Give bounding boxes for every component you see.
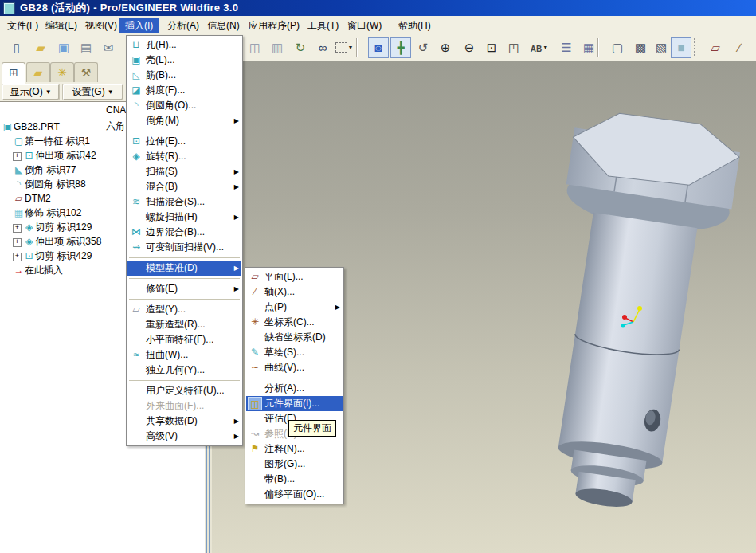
datum-submenu-item-3[interactable]: ✳坐标系(C)...: [246, 315, 343, 330]
datum-submenu-item-12[interactable]: ⚑注释(N)...: [246, 441, 343, 457]
menubar-item-2[interactable]: 视图(V): [80, 18, 123, 33]
dropdown-arrow-icon[interactable]: ▼: [543, 45, 548, 50]
tree-row-4[interactable]: ◝倒圆角 标识88: [0, 177, 116, 191]
insert-menu-item-16[interactable]: 模型基准(D)▶: [127, 261, 241, 276]
connections-tab[interactable]: ⚒: [74, 62, 98, 82]
insert-menu-item-5[interactable]: 倒角(M)▶: [127, 113, 241, 128]
zoom-in-icon[interactable]: ⊕: [435, 37, 456, 58]
display-no-hidden-icon[interactable]: ▧: [651, 37, 672, 58]
datum-submenu-item-9[interactable]: ◫元件界面(I)...: [246, 396, 343, 411]
repaint-icon[interactable]: ◙: [368, 37, 389, 58]
menubar-item-9[interactable]: 帮助(H): [393, 18, 437, 33]
menubar-item-6[interactable]: 应用程序(P): [243, 18, 305, 33]
tree-row-5[interactable]: ▱DTM2: [0, 191, 116, 206]
expand-toggle[interactable]: +: [13, 253, 22, 261]
datum-submenu-item-1[interactable]: ∕轴(X)...: [246, 284, 343, 300]
insert-menu-item-14[interactable]: ⇝可变剖面扫描(V)...: [127, 240, 241, 255]
insert-menu-item-2[interactable]: ◺筋(B)...: [127, 68, 241, 83]
layers-icon[interactable]: ☰: [556, 37, 577, 58]
insert-menu-item-4[interactable]: ◝倒圆角(O)...: [127, 98, 241, 113]
favorites-tab[interactable]: ✳: [50, 62, 74, 82]
open-folder-icon[interactable]: ▰: [30, 37, 51, 58]
datum-submenu-item-13[interactable]: 图形(G)...: [246, 457, 343, 472]
print-icon[interactable]: ▤: [76, 37, 96, 58]
datum-submenu-item-0[interactable]: ▱平面(L)...: [246, 269, 343, 284]
regenerate-icon[interactable]: ↻: [290, 37, 311, 58]
tree-row-6[interactable]: ▦修饰 标识102: [0, 206, 116, 220]
navigator-button-0[interactable]: 显示(O)▼: [2, 84, 60, 100]
tree-item-label: 在此插入: [25, 265, 63, 276]
tree-row-1[interactable]: ▢第一特征 标识1: [0, 134, 116, 148]
insert-menu-item-10[interactable]: 混合(B)▶: [127, 179, 241, 194]
refit-icon[interactable]: ◳: [503, 37, 524, 58]
insert-menu-item-26[interactable]: 用户定义特征(U)...: [127, 383, 241, 398]
insert-menu-item-1[interactable]: ▣壳(L)...: [127, 53, 241, 68]
insert-menu-item-20[interactable]: ▱造型(Y)...: [127, 302, 241, 317]
insert-menu-item-24[interactable]: 独立几何(Y)...: [127, 363, 241, 378]
zoom-fit-icon[interactable]: ⊡: [481, 37, 502, 58]
insert-menu-item-9[interactable]: 扫描(S)▶: [127, 164, 241, 179]
menubar-item-8[interactable]: 窗口(W): [342, 18, 387, 33]
insert-menu-item-13[interactable]: ⋈边界混合(B)...: [127, 225, 241, 240]
menubar-item-3[interactable]: 插入(I): [119, 18, 159, 33]
datum-submenu-item-5[interactable]: ✎草绘(S)...: [246, 345, 343, 360]
display-shaded-icon[interactable]: ■: [671, 37, 691, 58]
insert-menu-item-23[interactable]: ≈扭曲(W)...: [127, 347, 241, 363]
tree-row-8[interactable]: +◈伸出项 标识358: [0, 234, 116, 249]
datum-submenu-item-4[interactable]: 缺省坐标系(D): [246, 330, 343, 345]
spin-center-icon[interactable]: ╋: [390, 37, 411, 58]
tree-item-label: DTM2: [25, 193, 51, 204]
datum-submenu-item-14[interactable]: 带(B)...: [246, 472, 343, 487]
menubar-item-4[interactable]: 分析(A): [162, 18, 205, 33]
insert-menu-item-8[interactable]: ◈旋转(R)...: [127, 149, 241, 164]
tree-row-7[interactable]: +◈切剪 标识129: [0, 220, 116, 234]
datum-plane-toggle-icon[interactable]: ▱: [705, 37, 726, 58]
expand-toggle[interactable]: +: [13, 238, 22, 247]
tree-row-0[interactable]: ▣GB28.PRT: [0, 120, 104, 134]
insert-menu-item-28[interactable]: 共享数据(D)▶: [127, 414, 241, 429]
navigator-button-1[interactable]: 设置(G)▼: [62, 84, 123, 100]
insert-menu-item-7[interactable]: ⊡拉伸(E)...: [127, 134, 241, 149]
insert-menu-item-21[interactable]: 重新造型(R)...: [127, 317, 241, 332]
datum-submenu-item-8[interactable]: 分析(A)...: [246, 381, 343, 396]
rename-icon[interactable]: AB▼: [526, 37, 553, 58]
bolt-shaft[interactable]: [558, 213, 698, 463]
selection-filter-icon[interactable]: ▼: [331, 37, 358, 58]
insert-menu-item-12[interactable]: 螺旋扫描(H)▶: [127, 210, 241, 225]
insert-menu-item-0[interactable]: ⊔孔(H)...: [127, 37, 241, 53]
datum-submenu-item-6[interactable]: ∼曲线(V)...: [246, 360, 343, 375]
folder-browser-tab[interactable]: ▰: [26, 62, 50, 82]
menubar-item-0[interactable]: 文件(F): [2, 18, 44, 33]
paste-icon[interactable]: ◫: [245, 37, 265, 58]
tree-item-label: 修饰 标识102: [25, 207, 81, 218]
menubar-item-1[interactable]: 编辑(E): [40, 18, 83, 33]
insert-menu-item-3[interactable]: ◪斜度(F)...: [127, 83, 241, 98]
tree-row-10[interactable]: →在此插入: [0, 263, 116, 277]
insert-menu-item-18[interactable]: 修饰(E)▶: [127, 281, 241, 296]
save-icon[interactable]: ▣: [53, 37, 74, 58]
menubar-item-7[interactable]: 工具(T): [302, 18, 344, 33]
datum-point-toggle-icon[interactable]: ×: [749, 37, 756, 58]
model-tree-tab[interactable]: ⊞: [2, 62, 25, 84]
zoom-out-icon[interactable]: ⊖: [459, 37, 480, 58]
send-mail-icon[interactable]: ✉: [98, 37, 119, 58]
menubar-item-5[interactable]: 信息(N): [202, 18, 245, 33]
tree-row-2[interactable]: +⊡伸出项 标识42: [0, 148, 116, 163]
expand-toggle[interactable]: +: [13, 152, 22, 161]
display-wireframe-icon[interactable]: ▢: [607, 37, 628, 58]
tree-row-3[interactable]: ◣倒角 标识77: [0, 163, 116, 177]
datum-submenu-item-2[interactable]: 点(P)▶: [246, 300, 343, 315]
datum-submenu-item-15[interactable]: 偏移平面(O)...: [246, 487, 343, 502]
dropdown-arrow-icon[interactable]: ▼: [348, 45, 354, 50]
new-file-icon[interactable]: ▯: [6, 37, 27, 58]
tree-row-9[interactable]: +⊡切剪 标识429: [0, 249, 116, 263]
paste-special-icon[interactable]: ▥: [267, 37, 288, 58]
insert-menu-item-22[interactable]: 小平面特征(F)...: [127, 332, 241, 347]
expand-toggle[interactable]: +: [13, 224, 22, 233]
display-hidden-line-icon[interactable]: ▩: [630, 37, 651, 58]
reorient-icon[interactable]: ↺: [413, 37, 433, 58]
insert-menu-item-29[interactable]: 高级(V)▶: [127, 429, 241, 444]
view-manager-icon[interactable]: ▦: [578, 37, 599, 58]
insert-menu-item-11[interactable]: ≋扫描混合(S)...: [127, 194, 241, 210]
datum-axis-toggle-icon[interactable]: ∕: [729, 37, 750, 58]
